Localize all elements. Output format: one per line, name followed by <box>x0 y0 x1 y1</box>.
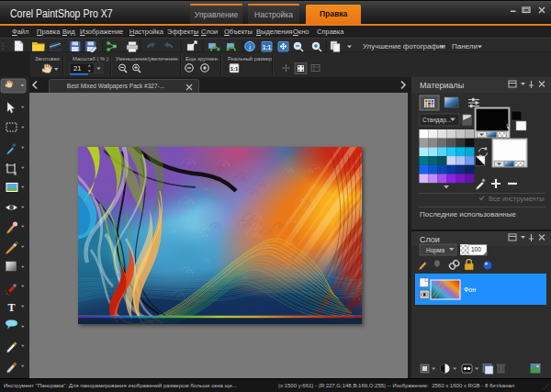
svg-text:Последние использованные: Последние использованные <box>420 210 517 218</box>
svg-text:1:1: 1:1 <box>231 66 239 72</box>
svg-text:Уменьшение/увеличение:: Уменьшение/увеличение: <box>116 56 179 62</box>
svg-text:Улучшение фотографии: Улучшение фотографии <box>363 42 445 50</box>
svg-text:Масштаб ( % ):: Масштаб ( % ): <box>73 56 110 62</box>
svg-text:Стандар...: Стандар... <box>422 117 451 124</box>
svg-text:Еще крупнее:: Еще крупнее: <box>186 56 219 62</box>
svg-text:21: 21 <box>73 64 81 73</box>
svg-text:Норма: Норма <box>426 247 444 254</box>
svg-text:Слои: Слои <box>420 235 440 244</box>
svg-text:1:1: 1:1 <box>263 44 272 50</box>
svg-text:100: 100 <box>471 246 481 252</box>
svg-text:Фон: Фон <box>464 286 476 293</box>
svg-text:Материалы: Материалы <box>420 81 464 90</box>
svg-text:Панели: Панели <box>452 42 478 50</box>
svg-text:T: T <box>7 301 15 314</box>
svg-text:Заготовки:: Заготовки: <box>35 56 61 62</box>
svg-text:Все инструменты: Все инструменты <box>489 195 545 203</box>
svg-text:Реальный размер:: Реальный размер: <box>228 56 274 62</box>
